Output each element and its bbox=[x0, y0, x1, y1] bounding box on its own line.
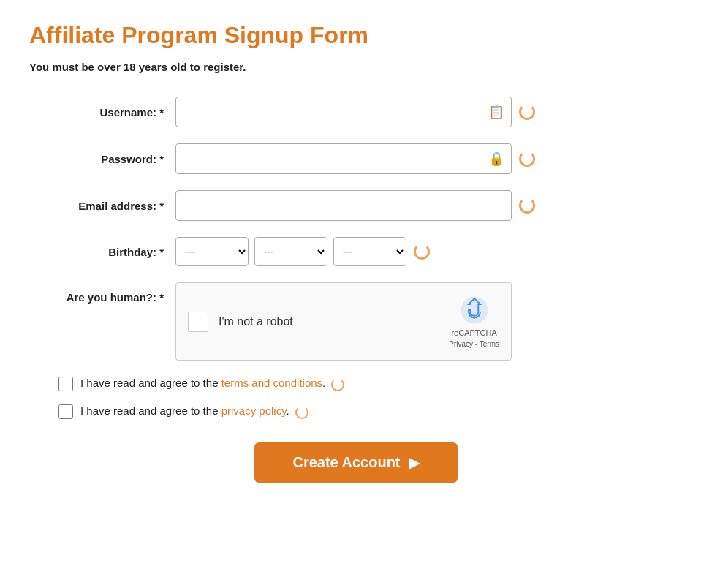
page-title: Affiliate Program Signup Form bbox=[29, 22, 683, 49]
create-account-button[interactable]: Create Account ▶ bbox=[254, 442, 457, 483]
terms-text: I have read and agree to the terms and c… bbox=[80, 377, 344, 391]
terms-checkbox[interactable] bbox=[58, 377, 73, 391]
birthday-input-wrap: --- --- --- bbox=[175, 237, 430, 266]
submit-arrow-icon: ▶ bbox=[409, 455, 420, 471]
birthday-year-select[interactable]: --- bbox=[333, 237, 406, 266]
birthday-row: Birthday: * --- --- --- bbox=[29, 237, 683, 266]
username-input[interactable] bbox=[175, 97, 512, 127]
recaptcha-left: I'm not a robot bbox=[188, 312, 293, 332]
recaptcha-checkbox[interactable] bbox=[188, 312, 208, 332]
username-label: Username: * bbox=[29, 106, 175, 118]
password-row: Password: * 🔒 bbox=[29, 143, 683, 174]
password-input-wrap: 🔒 bbox=[175, 143, 535, 174]
age-notice: You must be over 18 years old to registe… bbox=[29, 61, 683, 73]
birthday-month-select[interactable]: --- bbox=[175, 237, 249, 266]
recaptcha-right: reCAPTCHA Privacy - Terms bbox=[449, 295, 499, 348]
password-input[interactable] bbox=[175, 143, 512, 174]
username-input-wrap: 📋 bbox=[175, 97, 535, 127]
terms-prefix: I have read and agree to the bbox=[80, 377, 221, 389]
birthday-selects: --- --- --- bbox=[175, 237, 406, 266]
birthday-label: Birthday: * bbox=[29, 246, 175, 258]
recaptcha-terms-link[interactable]: Terms bbox=[480, 340, 499, 348]
privacy-prefix: I have read and agree to the bbox=[80, 404, 221, 417]
username-spinner bbox=[519, 104, 535, 120]
terms-link[interactable]: terms and conditions bbox=[221, 377, 322, 389]
recaptcha-label: I'm not a robot bbox=[219, 315, 293, 328]
terms-suffix: . bbox=[322, 377, 325, 389]
privacy-suffix: . bbox=[287, 404, 289, 417]
recaptcha-box: I'm not a robot reCAPTCHA Privacy - Term… bbox=[175, 282, 512, 361]
terms-spinner bbox=[331, 378, 344, 391]
privacy-link[interactable]: privacy policy bbox=[221, 404, 287, 417]
recaptcha-logo-icon bbox=[459, 295, 490, 325]
username-row: Username: * 📋 bbox=[29, 97, 683, 127]
privacy-checkbox[interactable] bbox=[58, 404, 73, 419]
email-spinner bbox=[519, 197, 535, 214]
password-field-container: 🔒 bbox=[175, 143, 512, 174]
captcha-input-wrap: I'm not a robot reCAPTCHA Privacy - Term… bbox=[175, 282, 512, 361]
privacy-spinner bbox=[295, 406, 308, 419]
birthday-day-select[interactable]: --- bbox=[254, 237, 327, 266]
create-account-label: Create Account bbox=[292, 454, 400, 471]
signup-form: Username: * 📋 Password: * 🔒 Email addres… bbox=[29, 97, 683, 361]
recaptcha-brand-label: reCAPTCHA bbox=[451, 328, 496, 337]
human-label: Are you human?: * bbox=[29, 282, 175, 304]
recaptcha-links: Privacy - Terms bbox=[449, 340, 499, 348]
privacy-agreement-row: I have read and agree to the privacy pol… bbox=[29, 404, 683, 419]
email-input-wrap bbox=[175, 190, 535, 221]
captcha-row: Are you human?: * I'm not a robot reCAPT… bbox=[29, 282, 683, 361]
password-spinner bbox=[519, 151, 535, 167]
submit-row: Create Account ▶ bbox=[29, 442, 683, 483]
email-row: Email address: * bbox=[29, 190, 683, 221]
password-label: Password: * bbox=[29, 153, 175, 165]
recaptcha-privacy-link[interactable]: Privacy bbox=[449, 340, 473, 348]
privacy-text: I have read and agree to the privacy pol… bbox=[80, 404, 308, 418]
username-field-container: 📋 bbox=[175, 97, 512, 127]
email-label: Email address: * bbox=[29, 200, 175, 212]
terms-agreement-row: I have read and agree to the terms and c… bbox=[29, 377, 683, 391]
birthday-spinner bbox=[414, 244, 430, 260]
email-input[interactable] bbox=[175, 190, 512, 221]
